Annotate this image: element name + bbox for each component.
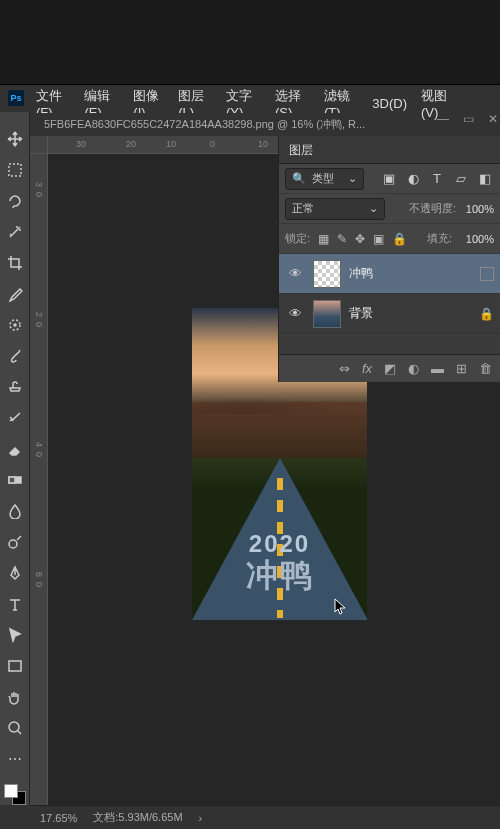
opacity-value[interactable]: 100% — [460, 203, 494, 215]
close-button[interactable]: ✕ — [488, 112, 498, 126]
svg-rect-6 — [9, 661, 21, 671]
link-layers-icon[interactable]: ⇔ — [339, 361, 350, 376]
layer-thumbnail[interactable] — [313, 300, 341, 328]
ruler-vertical[interactable]: 30204060 — [30, 154, 48, 805]
lock-icon[interactable]: 🔒 — [479, 307, 494, 321]
filter-adjust-icon[interactable]: ◐ — [404, 170, 422, 188]
menubar: 文件(F) 编辑(E) 图像(I) 图层(L) 文字(Y) 选择(S) 滤镜(T… — [0, 88, 500, 114]
visibility-toggle[interactable]: 👁 — [285, 266, 305, 281]
doc-size[interactable]: 文档:5.93M/6.65M — [93, 810, 182, 825]
window-controls: — ▭ ✕ — [437, 112, 498, 126]
search-icon: 🔍 — [292, 172, 306, 185]
mouse-cursor — [334, 598, 348, 616]
foreground-color[interactable] — [4, 784, 18, 798]
magic-wand-tool[interactable] — [5, 223, 25, 242]
zoom-level[interactable]: 17.65% — [40, 812, 77, 824]
marquee-tool[interactable] — [5, 161, 25, 180]
svg-rect-0 — [9, 164, 21, 176]
delete-layer-icon[interactable]: 🗑 — [479, 361, 492, 376]
layer-thumbnail[interactable] — [313, 260, 341, 288]
fill-label: 填充: — [427, 231, 452, 246]
fill-value[interactable]: 100% — [460, 233, 494, 245]
layers-panel-footer: ⇔ fx ◩ ◐ ▬ ⊞ 🗑 — [279, 354, 500, 382]
clone-stamp-tool[interactable] — [5, 378, 25, 397]
status-bar: 17.65% 文档:5.93M/6.65M › — [30, 805, 500, 829]
layer-filter-row: 🔍 类型 ⌄ ▣ ◐ T ▱ ◧ — [279, 164, 500, 194]
path-select-tool[interactable] — [5, 625, 25, 644]
lock-row: 锁定: ▦ ✎ ✥ ▣ 🔒 填充: 100% — [279, 224, 500, 254]
layer-filter-select[interactable]: 🔍 类型 ⌄ — [285, 168, 364, 190]
lock-transparency-icon[interactable]: ▦ — [318, 232, 329, 246]
lasso-tool[interactable] — [5, 192, 25, 211]
new-layer-icon[interactable]: ⊞ — [456, 361, 467, 376]
move-tool[interactable] — [5, 130, 25, 149]
visibility-toggle[interactable]: 👁 — [285, 306, 305, 321]
lock-all-icon[interactable]: 🔒 — [392, 232, 407, 246]
lock-position-icon[interactable]: ✥ — [355, 232, 365, 246]
eyedropper-tool[interactable] — [5, 285, 25, 304]
filter-smart-icon[interactable]: ◧ — [476, 170, 494, 188]
lock-label: 锁定: — [285, 231, 310, 246]
svg-point-2 — [14, 324, 16, 326]
titlebar-area — [0, 0, 500, 85]
layer-name[interactable]: 冲鸭 — [349, 265, 373, 282]
svg-point-5 — [9, 540, 17, 548]
rectangle-tool[interactable] — [5, 656, 25, 675]
lock-image-icon[interactable]: ✎ — [337, 232, 347, 246]
layer-fx-icon[interactable]: fx — [362, 361, 372, 376]
tools-panel: ⋯ — [0, 112, 30, 805]
gradient-tool[interactable] — [5, 470, 25, 489]
chevron-down-icon: ⌄ — [369, 202, 378, 215]
foreground-background-colors[interactable] — [4, 784, 26, 805]
layers-panel-tab[interactable]: 图层 — [279, 136, 500, 164]
svg-rect-4 — [9, 477, 15, 483]
more-tools[interactable]: ⋯ — [5, 749, 25, 768]
layer-item[interactable]: 👁冲鸭 — [279, 254, 500, 294]
maximize-button[interactable]: ▭ — [463, 112, 474, 126]
artwork-mountains — [192, 402, 367, 458]
blend-mode-value: 正常 — [292, 201, 314, 216]
hand-tool[interactable] — [5, 687, 25, 706]
spot-heal-tool[interactable] — [5, 316, 25, 335]
layer-name[interactable]: 背景 — [349, 305, 373, 322]
type-tool[interactable] — [5, 594, 25, 613]
filter-label: 类型 — [312, 171, 334, 186]
filter-type-icon[interactable]: T — [428, 170, 446, 188]
lock-artboard-icon[interactable]: ▣ — [373, 232, 384, 246]
layers-panel: 图层 🔍 类型 ⌄ ▣ ◐ T ▱ ◧ 正常 ⌄ 不透明度: 100% — [278, 136, 500, 382]
canvas-area: 302010010 30204060 2020 冲鸭 图层 🔍 类型 ⌄ ▣ ◐ — [30, 136, 500, 805]
blur-tool[interactable] — [5, 501, 25, 520]
artwork-ground: 2020 冲鸭 — [192, 458, 367, 620]
pen-tool[interactable] — [5, 563, 25, 582]
eraser-tool[interactable] — [5, 440, 25, 459]
filter-shape-icon[interactable]: ▱ — [452, 170, 470, 188]
layer-list-empty — [279, 334, 500, 354]
layer-badge[interactable] — [480, 267, 494, 281]
artwork-text: 2020 冲鸭 — [192, 530, 367, 598]
layer-item[interactable]: 👁背景🔒 — [279, 294, 500, 334]
chevron-down-icon: ⌄ — [348, 172, 357, 185]
brush-tool[interactable] — [5, 347, 25, 366]
status-chevron-icon[interactable]: › — [199, 812, 203, 824]
artwork-caption: 冲鸭 — [192, 554, 367, 598]
blend-mode-row: 正常 ⌄ 不透明度: 100% — [279, 194, 500, 224]
document-tab[interactable]: 5FB6FEA8630FC655C2472A184AA38298.png @ 1… — [36, 113, 373, 135]
layer-mask-icon[interactable]: ◩ — [384, 361, 396, 376]
layer-list: 👁冲鸭👁背景🔒 — [279, 254, 500, 334]
opacity-label: 不透明度: — [409, 201, 456, 216]
history-brush-tool[interactable] — [5, 409, 25, 428]
ruler-origin[interactable] — [30, 136, 48, 154]
minimize-button[interactable]: — — [437, 112, 449, 126]
blend-mode-select[interactable]: 正常 ⌄ — [285, 198, 385, 220]
zoom-tool[interactable] — [5, 718, 25, 737]
filter-pixel-icon[interactable]: ▣ — [380, 170, 398, 188]
menu-3d[interactable]: 3D(D) — [372, 96, 407, 111]
svg-point-7 — [9, 722, 19, 732]
layer-group-icon[interactable]: ▬ — [431, 361, 444, 376]
crop-tool[interactable] — [5, 254, 25, 273]
dodge-tool[interactable] — [5, 532, 25, 551]
adjustment-layer-icon[interactable]: ◐ — [408, 361, 419, 376]
